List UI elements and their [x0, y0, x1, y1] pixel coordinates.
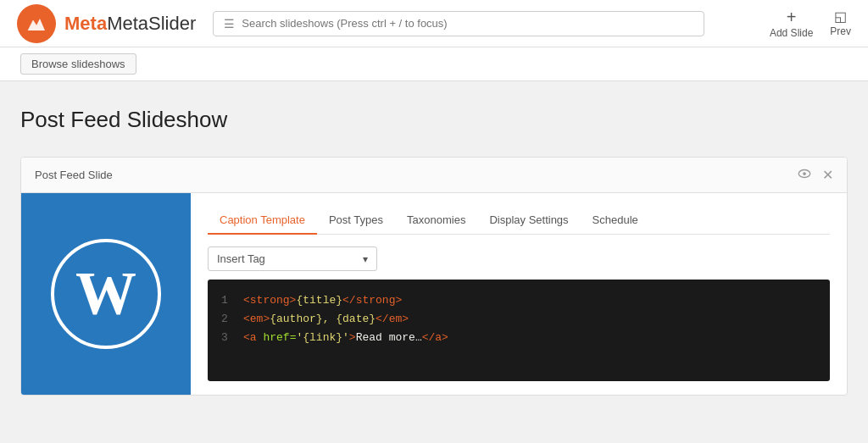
tabs-bar: Caption Template Post Types Taxonomies D…: [208, 207, 830, 235]
line-number-2: 2: [221, 310, 233, 329]
slide-tabs-area: Caption Template Post Types Taxonomies D…: [191, 193, 847, 395]
insert-tag-dropdown[interactable]: Insert Tag ▾: [208, 246, 377, 271]
logo-area: MetaMetaSlider: [17, 4, 196, 43]
code-editor[interactable]: 1 <strong>{title}</strong> 2 <em>{author…: [208, 280, 830, 381]
code-line-2: 2 <em>{author}, {date}</em>: [221, 310, 816, 329]
plus-icon: +: [787, 8, 797, 25]
wordpress-logo: W: [51, 239, 161, 349]
prev-button[interactable]: ◱ Prev: [830, 10, 851, 37]
tab-post-types[interactable]: Post Types: [317, 207, 395, 235]
brand-suffix: MetaSlider: [107, 13, 196, 34]
sub-nav: Browse slideshows: [0, 47, 868, 81]
add-slide-button[interactable]: + Add Slide: [770, 8, 813, 39]
close-icon[interactable]: ✕: [822, 169, 833, 182]
code-line-3: 3 <a href='{link}'>Read more…</a>: [221, 329, 816, 347]
code-content-3: <a href='{link}'>Read more…</a>: [243, 329, 448, 347]
slide-thumbnail: W: [21, 193, 191, 395]
insert-tag-label: Insert Tag: [217, 252, 265, 265]
add-slide-label: Add Slide: [770, 27, 813, 39]
search-input[interactable]: [242, 17, 693, 30]
hamburger-icon: ☰: [224, 17, 235, 30]
svg-text:W: W: [75, 259, 136, 327]
slide-panel-header: Post Feed Slide ✕: [21, 158, 847, 193]
prev-label: Prev: [830, 25, 851, 37]
tab-taxonomies[interactable]: Taxonomies: [395, 207, 477, 235]
page-title: Post Feed Slideshow: [20, 107, 848, 133]
tab-display-settings[interactable]: Display Settings: [477, 207, 580, 235]
logo-svg: [25, 12, 48, 36]
code-content-1: <strong>{title}</strong>: [243, 291, 402, 310]
slide-panel-icons: ✕: [797, 166, 833, 184]
code-content-2: <em>{author}, {date}</em>: [243, 310, 409, 329]
logo-icon: [17, 4, 56, 43]
page-content: Post Feed Slideshow Post Feed Slide ✕: [0, 81, 868, 421]
line-number-1: 1: [221, 291, 233, 310]
line-number-3: 3: [221, 329, 233, 347]
brand-prefix: Meta: [64, 13, 107, 34]
top-nav: MetaMetaSlider ☰ + Add Slide ◱ Prev: [0, 0, 868, 47]
tab-schedule[interactable]: Schedule: [581, 207, 650, 235]
slide-panel: Post Feed Slide ✕: [20, 157, 848, 396]
prev-icon: ◱: [834, 10, 847, 24]
svg-point-1: [803, 172, 806, 175]
slide-body: W Caption Template Post Types Taxonomies: [21, 193, 847, 395]
tab-caption-template[interactable]: Caption Template: [208, 207, 317, 235]
brand-name: MetaMetaSlider: [64, 13, 196, 35]
code-line-1: 1 <strong>{title}</strong>: [221, 291, 816, 310]
preview-icon[interactable]: [797, 166, 812, 184]
browse-slideshows-button[interactable]: Browse slideshows: [20, 53, 136, 75]
browse-slideshows-label: Browse slideshows: [31, 58, 125, 70]
search-bar[interactable]: ☰: [213, 11, 704, 36]
chevron-down-icon: ▾: [363, 253, 368, 265]
slide-panel-title: Post Feed Slide: [35, 169, 113, 181]
nav-actions: + Add Slide ◱ Prev: [770, 8, 851, 39]
